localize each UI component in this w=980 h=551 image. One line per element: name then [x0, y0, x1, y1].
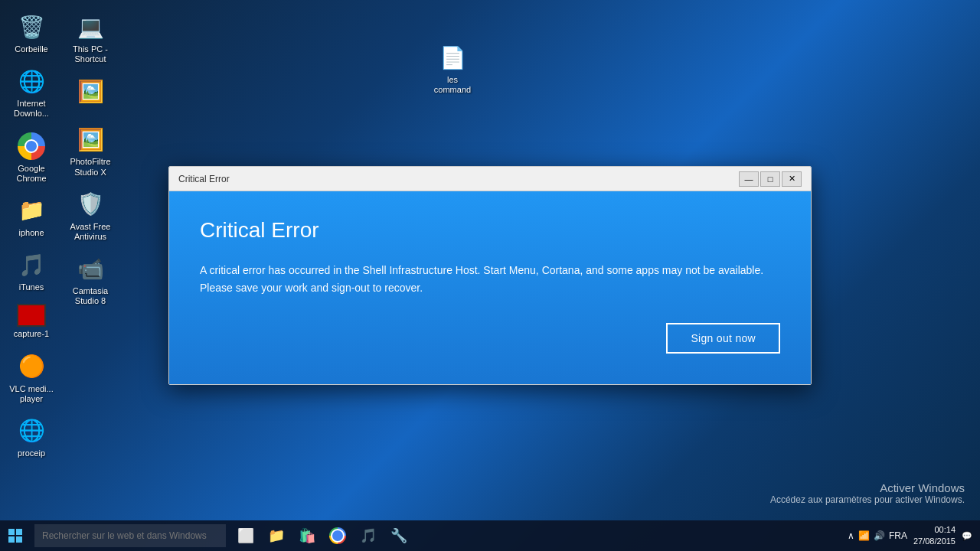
taskbar-search-input[interactable] — [34, 524, 226, 547]
maximize-button[interactable]: □ — [760, 171, 780, 187]
taskbar-file-explorer-icon[interactable]: 📁 — [264, 523, 289, 548]
taskbar-right-area: ∧ 📶 🔊 FRA 00:14 27/08/2015 💬 — [848, 524, 980, 548]
dialog-overlay: Critical Error — □ ✕ Critical Error A cr… — [0, 0, 980, 520]
system-tray-icons: ∧ 📶 🔊 FRA — [848, 530, 907, 541]
sign-out-button[interactable]: Sign out now — [666, 323, 780, 354]
dialog-content-area: Critical Error A critical error has occu… — [169, 191, 811, 384]
language-indicator[interactable]: FRA — [889, 530, 907, 541]
taskbar-store-icon[interactable]: 🛍️ — [295, 523, 319, 548]
volume-icon[interactable]: 🔊 — [874, 530, 885, 541]
dialog-window-controls: — □ ✕ — [739, 171, 802, 187]
notification-icon[interactable]: 💬 — [962, 531, 972, 541]
dialog-actions: Sign out now — [200, 323, 780, 354]
dialog-title-text: Critical Error — [178, 174, 739, 184]
taskbar-app-icons: ⬜ 📁 🛍️ 🎵 🔧 — [234, 523, 411, 548]
taskbar-clock[interactable]: 00:14 27/08/2015 — [913, 524, 956, 548]
clock-time: 00:14 — [934, 525, 956, 534]
critical-error-dialog: Critical Error — □ ✕ Critical Error A cr… — [168, 166, 812, 385]
taskbar-task-view-icon[interactable]: ⬜ — [234, 523, 258, 548]
taskbar-media-player-icon[interactable]: 🎵 — [356, 523, 381, 548]
windows-logo-icon — [8, 529, 22, 543]
taskbar-extra-icon[interactable]: 🔧 — [387, 523, 411, 548]
network-icon[interactable]: 📶 — [858, 530, 870, 541]
clock-date: 27/08/2015 — [913, 536, 956, 546]
taskbar-chrome-taskbar-icon[interactable] — [325, 523, 350, 548]
taskbar: ⬜ 📁 🛍️ 🎵 🔧 ∧ 📶 🔊 FRA 00:14 27/08/2015 💬 — [0, 520, 980, 551]
chevron-up-icon[interactable]: ∧ — [848, 530, 854, 541]
dialog-titlebar: Critical Error — □ ✕ — [169, 167, 811, 191]
dialog-heading: Critical Error — [200, 218, 780, 243]
minimize-button[interactable]: — — [739, 171, 759, 187]
dialog-body-text: A critical error has occurred in the She… — [200, 262, 780, 296]
close-button[interactable]: ✕ — [782, 171, 802, 187]
start-button[interactable] — [0, 520, 31, 551]
